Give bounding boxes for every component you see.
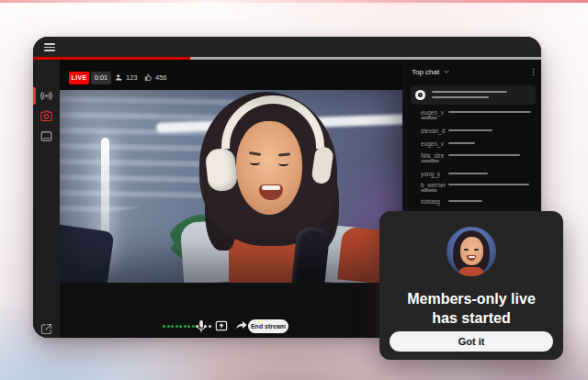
mic-icon[interactable] xyxy=(194,319,209,333)
stream-controls: End stream xyxy=(60,318,402,338)
chat-text-placeholder xyxy=(448,129,492,132)
chat-message: eugen_v xyxy=(407,109,541,124)
chat-text-placeholder xyxy=(448,200,482,203)
avatar-face xyxy=(460,237,483,265)
video-preview xyxy=(60,90,402,283)
chat-text-placeholder xyxy=(448,173,488,175)
chat-text-placeholder xyxy=(448,142,475,145)
pinned-message[interactable] xyxy=(411,85,536,105)
avatar-shirt xyxy=(458,267,484,276)
chat-username: b_werner xyxy=(421,182,446,188)
avatar-eye xyxy=(464,249,469,251)
share-arrow-icon[interactable] xyxy=(234,319,249,333)
got-it-button[interactable]: Got it xyxy=(390,331,553,352)
chat-username: eugen_v xyxy=(421,109,444,116)
end-stream-button[interactable]: End stream xyxy=(248,319,288,333)
chat-username: Nils_stre xyxy=(421,152,444,159)
chat-text-placeholder xyxy=(448,184,529,186)
like-count: 456 xyxy=(144,72,167,84)
broadcast-icon[interactable] xyxy=(40,89,53,103)
toast-title: Members-only live has started xyxy=(379,289,563,328)
live-badge: LIVE xyxy=(69,72,89,84)
member-avatar xyxy=(447,227,496,276)
pinned-avatar-icon xyxy=(415,90,425,100)
marketing-canvas: LIVE 0:01 123 456 xyxy=(0,0,588,380)
elapsed-time: 0:01 xyxy=(91,72,111,84)
share-icon[interactable] xyxy=(40,322,53,336)
media-icon[interactable] xyxy=(40,129,53,143)
hamburger-icon[interactable] xyxy=(44,43,55,51)
pinned-text-line xyxy=(432,96,489,99)
top-chat-label: Top chat xyxy=(412,68,439,76)
thumb-up-icon xyxy=(144,73,153,82)
toast-title-line2: has started xyxy=(379,308,563,328)
chat-badge-placeholder xyxy=(421,160,439,162)
video-vignette xyxy=(60,90,402,283)
chevron-down-icon xyxy=(443,68,450,75)
avatar-eye xyxy=(474,249,479,251)
top-chat-dropdown[interactable]: Top chat xyxy=(412,68,450,76)
present-icon[interactable] xyxy=(214,319,229,333)
avatar-smile xyxy=(469,256,475,258)
chat-username: tobiasg xyxy=(421,198,440,205)
viewer-count: 123 xyxy=(115,72,138,84)
chat-username: eugen_v xyxy=(421,140,444,147)
camera-icon[interactable] xyxy=(40,109,53,123)
like-count-value: 456 xyxy=(155,73,167,82)
members-only-toast: Members-only live has started Got it xyxy=(379,211,563,360)
chat-message: b_werner xyxy=(407,182,541,196)
live-stats-bar: LIVE 0:01 123 456 xyxy=(60,60,402,90)
sidebar-active-indicator xyxy=(33,87,36,105)
pinned-text-line xyxy=(432,91,507,94)
chat-message: Nils_stre xyxy=(407,152,541,167)
kebab-menu-icon[interactable]: ⋮ xyxy=(529,67,537,78)
titlebar xyxy=(33,37,541,57)
top-gradient-strip xyxy=(0,0,588,3)
viewer-count-value: 123 xyxy=(126,73,138,82)
chat-text-placeholder xyxy=(448,111,531,114)
sidebar xyxy=(33,60,60,339)
chat-text-placeholder xyxy=(448,154,520,157)
toast-title-line1: Members-only live xyxy=(379,289,563,308)
viewers-icon xyxy=(115,73,123,82)
chat-username: stevan_d xyxy=(421,128,445,134)
chat-username: yong_y xyxy=(421,171,440,177)
chat-badge-placeholder xyxy=(421,189,437,192)
chat-badge-placeholder xyxy=(421,117,437,119)
